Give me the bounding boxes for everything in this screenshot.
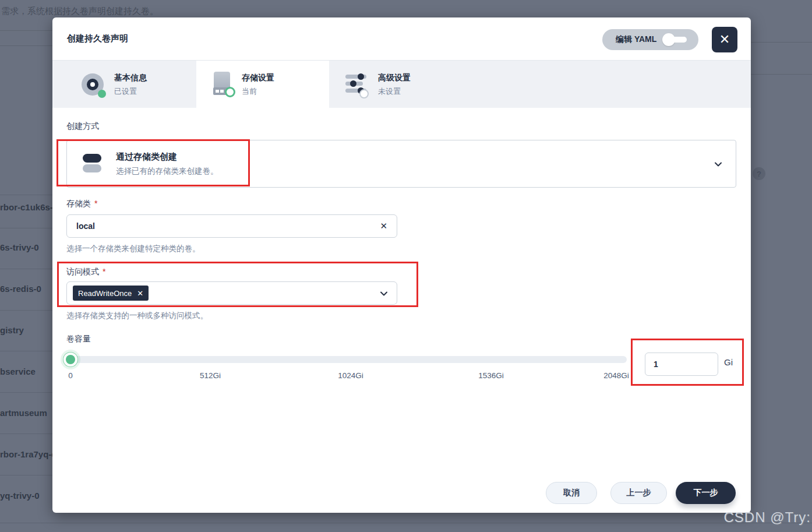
storage-class-help: 选择一个存储类来创建特定种类的卷。 — [66, 244, 200, 254]
backdrop-row-divider — [0, 351, 52, 351]
backdrop-row-divider — [0, 475, 52, 475]
edit-yaml-toggle[interactable]: 编辑 YAML — [602, 29, 698, 50]
slider-tick: 1024Gi — [338, 371, 363, 380]
cancel-button[interactable]: 取消 — [546, 482, 597, 504]
backdrop-row-label: 6s-trivy-0 — [0, 242, 39, 252]
required-marker: * — [103, 267, 105, 276]
watermark: CSDN @Try: — [724, 509, 811, 526]
backdrop-divider — [751, 74, 812, 75]
access-mode-label: 访问模式* — [66, 267, 105, 277]
chevron-down-icon — [714, 160, 723, 169]
backdrop-divider — [0, 523, 812, 523]
access-mode-select[interactable]: ReadWriteOnce ✕ — [66, 281, 397, 305]
modal-footer: 取消 上一步 下一步 — [546, 482, 736, 504]
previous-button[interactable]: 上一步 — [610, 482, 667, 504]
step-pending-ring — [359, 89, 369, 98]
step-basic-info[interactable]: 基本信息 已设置 — [52, 61, 196, 108]
backdrop-row-label: 6s-redis-0 — [0, 284, 41, 294]
backdrop-row-label: rbor-1ra7yq-c — [0, 449, 57, 459]
step-label: 存储设置 — [242, 73, 274, 83]
step-storage-settings[interactable]: 存储设置 当前 — [196, 61, 329, 108]
backdrop-row-label: rbor-c1uk6s- — [0, 202, 53, 212]
capacity-slider-thumb[interactable] — [63, 353, 77, 367]
basic-info-icon — [82, 72, 105, 97]
help-icon: ? — [753, 167, 765, 180]
backdrop-row-label: artmuseum — [0, 408, 47, 418]
slider-tick: 1536Gi — [478, 371, 504, 380]
capacity-unit: Gi — [724, 357, 733, 367]
method-option-title: 通过存储类创建 — [116, 152, 218, 163]
backdrop-row-label: gistry — [0, 325, 24, 335]
step-label: 高级设置 — [378, 73, 411, 83]
backdrop-divider — [751, 42, 812, 43]
slider-tick: 512Gi — [200, 371, 221, 380]
edit-yaml-label: 编辑 YAML — [616, 34, 656, 45]
step-advanced-settings[interactable]: 高级设置 未设置 — [329, 61, 462, 108]
capacity-input[interactable]: 1 — [645, 353, 718, 376]
storage-settings-icon — [213, 72, 232, 97]
modal-title: 创建持久卷声明 — [67, 33, 128, 44]
backdrop-row-divider — [0, 392, 52, 393]
toggle-switch-icon[interactable] — [662, 33, 687, 46]
storage-class-input[interactable]: local ✕ — [66, 214, 397, 238]
access-mode-tag-label: ReadWriteOnce — [78, 289, 132, 298]
backdrop-row-divider — [0, 269, 52, 269]
backdrop-description-text: 需求，系统根据持久卷声明创建持久卷。 — [1, 6, 158, 17]
backdrop-row-divider — [0, 228, 52, 228]
slider-tick: 2048Gi — [603, 371, 629, 380]
advanced-settings-icon — [345, 72, 369, 97]
backdrop-row-divider — [0, 434, 52, 434]
required-marker: * — [94, 199, 97, 208]
creation-method-label: 创建方式 — [66, 121, 99, 132]
chevron-down-icon — [379, 289, 389, 298]
backdrop-row-divider — [0, 195, 52, 195]
step-status: 已设置 — [114, 86, 147, 97]
step-current-ring — [225, 87, 235, 97]
access-mode-tag: ReadWriteOnce ✕ — [73, 286, 149, 301]
step-done-dot — [98, 90, 106, 98]
wizard-steps: 基本信息 已设置 存储设置 当前 — [52, 60, 751, 108]
close-button[interactable]: ✕ — [712, 27, 737, 52]
backdrop-row-divider — [0, 310, 52, 311]
capacity-slider-track[interactable] — [64, 356, 627, 363]
create-pvc-modal: 创建持久卷声明 编辑 YAML ✕ 基本信息 已设置 — [52, 17, 751, 513]
creation-method-select[interactable]: 通过存储类创建 选择已有的存储类来创建卷。 — [66, 140, 736, 188]
tag-remove-icon[interactable]: ✕ — [137, 289, 143, 298]
slider-tick: 0 — [68, 371, 73, 380]
close-icon: ✕ — [719, 32, 730, 47]
step-label: 基本信息 — [114, 73, 147, 83]
capacity-value: 1 — [654, 360, 658, 369]
storage-class-value: local — [76, 221, 95, 231]
step-status: 当前 — [242, 86, 274, 97]
screen: 需求，系统根据持久卷声明创建持久卷。 rbor-c1uk6s- 6s-trivy… — [0, 0, 812, 532]
backdrop-divider — [0, 30, 52, 31]
step-status: 未设置 — [378, 86, 411, 97]
capacity-label: 卷容量 — [66, 334, 91, 344]
backdrop-row-label: bservice — [0, 367, 36, 376]
clear-icon[interactable]: ✕ — [380, 221, 387, 231]
backdrop-divider — [0, 45, 52, 46]
method-option-desc: 选择已有的存储类来创建卷。 — [116, 166, 218, 177]
next-button[interactable]: 下一步 — [676, 482, 736, 504]
access-mode-help: 选择存储类支持的一种或多种访问模式。 — [66, 311, 208, 321]
backdrop-row-label: yq-trivy-0 — [0, 491, 40, 501]
database-icon — [82, 152, 102, 175]
storage-class-label: 存储类* — [66, 199, 97, 209]
